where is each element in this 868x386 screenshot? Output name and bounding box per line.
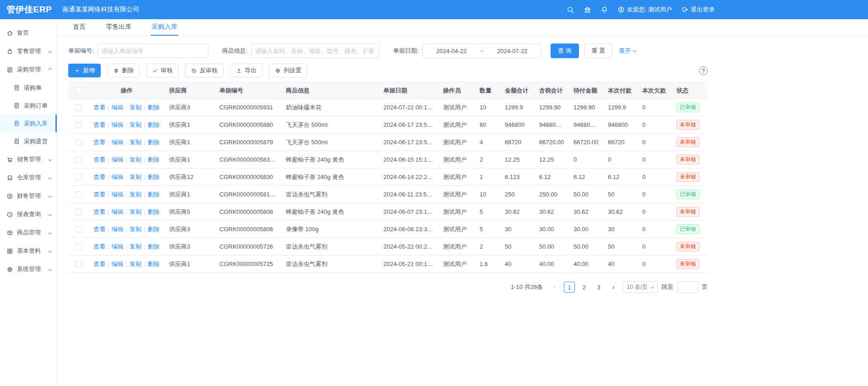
row-action-copy[interactable]: 复制 bbox=[130, 226, 142, 233]
row-action-copy[interactable]: 复制 bbox=[130, 156, 142, 163]
row-action-copy[interactable]: 复制 bbox=[130, 243, 142, 250]
divider: | bbox=[144, 104, 145, 111]
date-range-picker[interactable]: 2024-04-22 ~ 2024-07-22 bbox=[422, 43, 541, 58]
row-action-delete[interactable]: 删除 bbox=[147, 104, 159, 111]
date-start[interactable]: 2024-04-22 bbox=[436, 48, 467, 54]
row-action-delete[interactable]: 删除 bbox=[147, 226, 159, 233]
row-action-delete[interactable]: 删除 bbox=[147, 121, 159, 128]
tab-home[interactable]: 首页 bbox=[72, 19, 87, 36]
row-action-edit[interactable]: 编辑 bbox=[111, 104, 123, 111]
sidebar-item-purchase-inbound[interactable]: 采购入库 bbox=[0, 114, 57, 132]
sidebar-item-purchase-return[interactable]: 采购退货 bbox=[0, 132, 57, 150]
sidebar-item-retail[interactable]: 零售管理 bbox=[0, 42, 57, 60]
sidebar-item-purchase-request[interactable]: 请购单 bbox=[0, 79, 57, 97]
sidebar-item-warehouse[interactable]: 仓库管理 bbox=[0, 169, 57, 187]
row-action-delete[interactable]: 删除 bbox=[147, 243, 159, 250]
sidebar-item-system[interactable]: 系统管理 bbox=[0, 260, 57, 278]
row-action-edit[interactable]: 编辑 bbox=[111, 208, 123, 215]
row-action-view[interactable]: 查看 bbox=[93, 243, 105, 250]
row-action-edit[interactable]: 编辑 bbox=[111, 261, 123, 267]
row-action-view[interactable]: 查看 bbox=[93, 191, 105, 198]
product-info-input[interactable] bbox=[251, 43, 379, 58]
row-checkbox[interactable] bbox=[76, 191, 82, 198]
row-action-delete[interactable]: 删除 bbox=[147, 261, 159, 267]
expand-toggle[interactable]: 展开 bbox=[619, 47, 636, 55]
export-button[interactable]: 导出 bbox=[230, 64, 262, 77]
divider: | bbox=[108, 243, 109, 250]
row-action-delete[interactable]: 删除 bbox=[147, 191, 159, 198]
sidebar-item-purchase[interactable]: 采购管理 bbox=[0, 60, 57, 79]
page-button-2[interactable]: 2 bbox=[579, 282, 590, 293]
row-action-edit[interactable]: 编辑 bbox=[111, 156, 123, 163]
audit-button[interactable]: 审核 bbox=[146, 64, 179, 77]
row-action-edit[interactable]: 编辑 bbox=[111, 121, 123, 128]
add-button[interactable]: 新增 bbox=[68, 64, 101, 77]
page-button-1[interactable]: 1 bbox=[564, 282, 575, 293]
sidebar-item-finance[interactable]: 财务管理 bbox=[0, 187, 57, 205]
tab-purchase-inbound[interactable]: 采购入库 bbox=[151, 19, 178, 36]
row-action-view[interactable]: 查看 bbox=[93, 174, 105, 180]
page-button-3[interactable]: 3 bbox=[593, 282, 604, 293]
row-action-copy[interactable]: 复制 bbox=[130, 174, 142, 180]
row-checkbox[interactable] bbox=[76, 174, 82, 180]
next-page-button[interactable]: › bbox=[608, 282, 619, 293]
row-action-view[interactable]: 查看 bbox=[93, 226, 105, 233]
row-action-view[interactable]: 查看 bbox=[93, 156, 105, 163]
row-checkbox[interactable] bbox=[76, 139, 82, 146]
sidebar-item-basic-data[interactable]: 基本资料 bbox=[0, 242, 57, 260]
row-action-view[interactable]: 查看 bbox=[93, 261, 105, 267]
bell-icon[interactable] bbox=[601, 6, 608, 14]
row-checkbox[interactable] bbox=[76, 209, 82, 215]
page-size-select[interactable]: 10 条/页 bbox=[622, 281, 658, 293]
row-checkbox[interactable] bbox=[76, 104, 82, 111]
tab-retail-outbound[interactable]: 零售出库 bbox=[105, 19, 132, 36]
row-action-view[interactable]: 查看 bbox=[93, 139, 105, 146]
row-action-delete[interactable]: 删除 bbox=[147, 156, 159, 163]
row-action-copy[interactable]: 复制 bbox=[130, 191, 142, 198]
row-checkbox[interactable] bbox=[76, 226, 82, 233]
delete-label: 删除 bbox=[122, 66, 134, 75]
sidebar-item-purchase-order[interactable]: 采购订单 bbox=[0, 97, 57, 114]
row-checkbox[interactable] bbox=[76, 157, 82, 163]
row-action-edit[interactable]: 编辑 bbox=[111, 174, 123, 180]
bank-icon[interactable] bbox=[584, 6, 591, 14]
row-action-copy[interactable]: 复制 bbox=[130, 139, 142, 146]
row-action-view[interactable]: 查看 bbox=[93, 104, 105, 111]
row-action-copy[interactable]: 复制 bbox=[130, 208, 142, 215]
search-icon[interactable] bbox=[567, 6, 574, 14]
column-settings-button[interactable]: 列设置 bbox=[269, 64, 307, 77]
row-action-delete[interactable]: 删除 bbox=[147, 139, 159, 146]
row-checkbox[interactable] bbox=[76, 261, 82, 267]
reset-button[interactable]: 重 置 bbox=[584, 43, 613, 58]
prev-page-button[interactable]: ‹ bbox=[549, 282, 560, 293]
sidebar-item-home[interactable]: 首页 bbox=[0, 24, 57, 42]
row-action-edit[interactable]: 编辑 bbox=[111, 243, 123, 250]
row-action-delete[interactable]: 删除 bbox=[147, 174, 159, 180]
row-action-copy[interactable]: 复制 bbox=[130, 261, 142, 267]
row-action-view[interactable]: 查看 bbox=[93, 208, 105, 215]
sidebar-item-label: 基本资料 bbox=[17, 247, 41, 255]
sidebar-item-goods[interactable]: 商品管理 bbox=[0, 223, 57, 242]
row-checkbox[interactable] bbox=[76, 122, 82, 128]
order-no-input[interactable] bbox=[98, 43, 208, 58]
select-all-checkbox[interactable] bbox=[76, 87, 82, 94]
welcome-user[interactable]: 欢迎您, 测试用户 bbox=[617, 5, 672, 14]
row-action-edit[interactable]: 编辑 bbox=[111, 226, 123, 233]
content: 单据编号: 商品信息: 单据日期: 2024-04-22 ~ 2024-07-2… bbox=[57, 43, 719, 293]
search-button[interactable]: 查 询 bbox=[551, 43, 579, 58]
jump-page-input[interactable] bbox=[677, 281, 698, 293]
row-action-view[interactable]: 查看 bbox=[93, 121, 105, 128]
date-end[interactable]: 2024-07-22 bbox=[497, 48, 528, 54]
sidebar-item-sales[interactable]: 销售管理 bbox=[0, 150, 57, 169]
row-action-copy[interactable]: 复制 bbox=[130, 104, 142, 111]
unaudit-button[interactable]: 反审核 bbox=[185, 64, 224, 77]
logout-button[interactable]: 退出登录 bbox=[681, 5, 715, 14]
row-checkbox[interactable] bbox=[76, 244, 82, 250]
delete-button[interactable]: 删除 bbox=[107, 64, 140, 77]
help-circle-icon[interactable]: ? bbox=[699, 66, 708, 75]
row-action-delete[interactable]: 删除 bbox=[147, 208, 159, 215]
row-action-edit[interactable]: 编辑 bbox=[111, 139, 123, 146]
row-action-edit[interactable]: 编辑 bbox=[111, 191, 123, 198]
row-action-copy[interactable]: 复制 bbox=[130, 121, 142, 128]
sidebar-item-reports[interactable]: 报表查询 bbox=[0, 205, 57, 223]
